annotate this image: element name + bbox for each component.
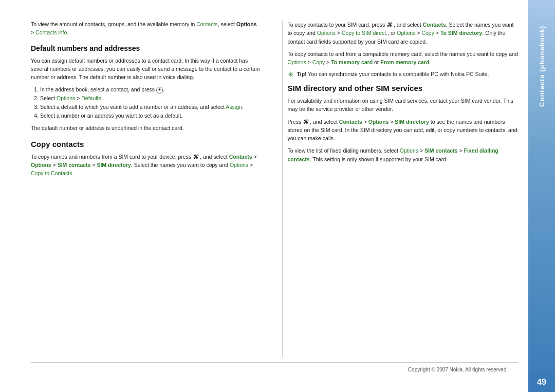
page-container: To view the amount of contacts, groups, … bbox=[0, 0, 555, 392]
sidebar-label: Contacts (phonebook) bbox=[538, 26, 546, 107]
tip-text: Tip! You can synchronize your contacts t… bbox=[297, 70, 489, 79]
tip-icon: ✳ bbox=[288, 71, 294, 78]
memory-card-para: To copy contacts to and from a compatibl… bbox=[288, 50, 519, 67]
sim-directory-section: SIM directory and other SIM services For… bbox=[288, 84, 519, 163]
fixed-dialling-link: Fixed dialling contacts bbox=[288, 147, 498, 162]
sim-directory-link-left: SIM directory bbox=[97, 162, 131, 168]
to-memory-card-link: To memory card bbox=[331, 59, 373, 65]
options-link-step2: Options bbox=[57, 95, 75, 101]
copy-section-title: Copy contacts bbox=[31, 140, 262, 148]
col-left: To view the amount of contacts, groups, … bbox=[31, 21, 267, 357]
contacts-link: Contacts bbox=[196, 21, 217, 27]
main-content: To view the amount of contacts, groups, … bbox=[0, 0, 528, 392]
copy-contacts-section: Copy contacts To copy names and numbers … bbox=[31, 140, 262, 178]
page-number: 49 bbox=[528, 372, 555, 392]
options-text: Options bbox=[236, 21, 257, 27]
options-link-sim: Options bbox=[368, 119, 389, 125]
sidebar: Contacts (phonebook) 49 bbox=[528, 0, 555, 392]
sim-directory-title: SIM directory and other SIM services bbox=[288, 84, 519, 92]
default-numbers-section: Default numbers and addresses You can as… bbox=[31, 44, 262, 133]
press-icon-sim: ⌘ bbox=[303, 119, 308, 125]
copy-link-right: Copy bbox=[421, 30, 434, 36]
copy-para1: To copy names and numbers from a SIM car… bbox=[31, 153, 262, 178]
options-link-right1: Options bbox=[317, 30, 336, 36]
sim-contacts-link-fixed: SIM contacts bbox=[424, 147, 458, 154]
sim-contacts-link: SIM contacts bbox=[58, 162, 91, 168]
to-sim-directory-link: To SIM directory bbox=[440, 30, 482, 36]
sim-copy-para: To copy contacts to your SIM card, press… bbox=[288, 21, 519, 46]
col-right: To copy contacts to your SIM card, press… bbox=[282, 21, 519, 357]
contacts-link-sim: Contacts bbox=[339, 119, 362, 125]
defaults-link: Defaults bbox=[81, 95, 101, 101]
options-link-right2: Options bbox=[397, 30, 415, 36]
copy-to-sim-direct-link: Copy to SIM direct. bbox=[342, 30, 387, 36]
sim-directory-link-right: SIM directory bbox=[395, 119, 429, 125]
contacts-link-right: Contacts bbox=[423, 22, 446, 28]
options-link-copy: Options bbox=[31, 162, 51, 168]
options-link-fixed: Options bbox=[400, 147, 418, 154]
contacts-info-link: Contacts info bbox=[35, 29, 67, 35]
tip-box: ✳ Tip! You can synchronize your contacts… bbox=[288, 70, 519, 79]
contacts-link-copy: Contacts bbox=[229, 154, 252, 160]
intro-paragraph: To view the amount of contacts, groups, … bbox=[31, 21, 262, 37]
default-para1: You can assign default numbers or addres… bbox=[31, 57, 262, 82]
copy-to-contacts-link: Copy to Contacts bbox=[31, 170, 72, 176]
assign-link: Assign bbox=[226, 104, 242, 110]
step-2: Select Options > Defaults. bbox=[40, 94, 262, 103]
sim-dir-para3: To view the list of fixed dialing number… bbox=[288, 146, 519, 163]
sim-dir-para1: For availability and information on usin… bbox=[288, 97, 519, 114]
two-col-layout: To view the amount of contacts, groups, … bbox=[31, 21, 518, 357]
steps-list: In the address book, select a contact, a… bbox=[40, 85, 262, 120]
step-4: Select a number or an address you want t… bbox=[40, 111, 262, 120]
sim-dir-para2: Press ⌘ , and select Contacts > Options … bbox=[288, 118, 519, 143]
from-memory-card-link: From memory card bbox=[380, 59, 429, 65]
step-3: Select a default to which you want to ad… bbox=[40, 103, 262, 111]
options-link-mem: Options bbox=[288, 59, 306, 65]
default-para2: The default number or address is underli… bbox=[31, 124, 262, 132]
press-icon-left: ⌘ bbox=[193, 154, 198, 160]
page-number-box: 49 bbox=[528, 372, 555, 392]
default-section-title: Default numbers and addresses bbox=[31, 44, 262, 52]
footer: Copyright © 2007 Nokia. All rights reser… bbox=[31, 362, 518, 377]
copyright-text: Copyright © 2007 Nokia. All rights reser… bbox=[408, 367, 508, 372]
step-1: In the address book, select a contact, a… bbox=[40, 85, 262, 94]
press-icon-right: ⌘ bbox=[386, 22, 392, 28]
copy-link-mem: Copy bbox=[312, 59, 325, 65]
options-link-copy2: Options bbox=[230, 162, 248, 168]
